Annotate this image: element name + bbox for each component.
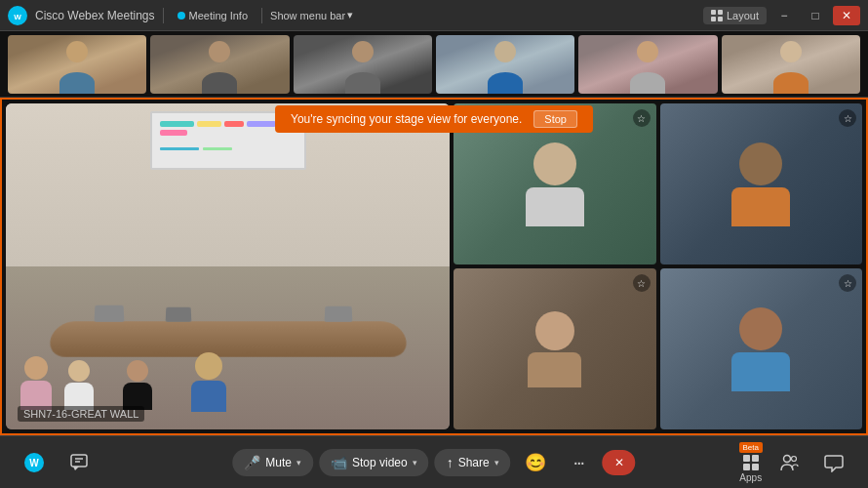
thumbnail-5[interactable] [578,35,717,94]
layout-button[interactable]: Layout [703,7,767,24]
cell-2-star-button[interactable]: ☆ [839,109,856,127]
thumbnail-4[interactable] [436,35,574,94]
emoji-icon: 😊 [525,452,546,473]
thumbnails-strip [0,31,868,98]
webex-icon: W [23,452,45,473]
maximize-button[interactable]: □ [802,6,829,25]
mute-chevron: ▾ [296,458,301,468]
webex-home-button[interactable]: W [16,444,53,481]
separator [163,8,164,23]
thumbnail-2[interactable] [150,35,289,94]
share-button[interactable]: ↑ Share ▾ [435,449,511,476]
people-icon [779,453,799,472]
beta-badge: Beta [739,442,763,453]
apps-button-wrapper: Beta Apps [739,442,763,483]
layout-icon [711,10,723,21]
thumbnail-3[interactable] [294,35,432,94]
video-icon: 📹 [331,455,347,470]
meeting-info-dot [178,12,185,20]
main-content: SHN7-16-GREAT WALL ☆ ☆ [0,98,868,435]
title-bar-right: Layout − □ ✕ [703,6,860,25]
minimize-button[interactable]: − [770,6,798,25]
cell-1-star-button[interactable]: ☆ [633,109,651,127]
chat-button[interactable] [60,444,98,481]
cell-3-star-button[interactable]: ☆ [633,274,651,292]
svg-rect-2 [711,10,716,15]
bottom-toolbar: W 🎤 Mute ▾ 📹 Stop video ▾ ↑ Sha [0,435,868,488]
svg-rect-4 [711,17,716,21]
stop-video-label: Stop video [352,456,408,469]
show-menu-button[interactable]: Show menu bar ▾ [270,9,353,21]
end-call-button[interactable]: ✕ [603,450,636,475]
right-grid: ☆ ☆ ☆ [454,103,862,429]
thumbnail-6[interactable] [722,35,860,94]
app-title: Cisco Webex Meetings [35,9,155,22]
layout-label: Layout [727,10,759,21]
stage-label: SHN7-16-GREAT WALL [18,406,144,422]
separator2 [261,8,262,23]
toolbar-center: 🎤 Mute ▾ 📹 Stop video ▾ ↑ Share ▾ 😊 ··· … [232,444,635,481]
svg-point-11 [784,455,791,462]
mute-icon: 🎤 [244,455,260,470]
show-menu-label: Show menu bar [270,10,345,21]
stop-video-button[interactable]: 📹 Stop video ▾ [319,449,429,476]
svg-text:W: W [14,13,21,21]
sync-stop-button[interactable]: Stop [533,110,577,128]
people-button[interactable] [770,444,808,481]
grid-cell-4: ☆ [660,268,863,429]
stage-view: SHN7-16-GREAT WALL [6,103,450,429]
svg-point-12 [792,456,797,461]
sync-banner: You're syncing your stage view for every… [275,105,593,133]
svg-rect-8 [71,455,87,467]
chat-icon [69,453,89,472]
chevron-down-icon: ▾ [347,9,353,21]
apps-grid-icon [743,455,759,470]
grid-cell-2: ☆ [660,103,863,264]
meeting-info-button[interactable]: Meeting Info [172,8,255,23]
title-bar-left: W Cisco Webex Meetings Meeting Info Show… [8,6,353,25]
conference-scene: SHN7-16-GREAT WALL [6,103,450,429]
messages-icon [824,453,844,472]
more-button[interactable]: ··· [560,444,597,481]
thumbnail-1[interactable] [8,35,146,94]
webex-logo: W [8,6,27,25]
mute-button[interactable]: 🎤 Mute ▾ [232,449,313,476]
mute-label: Mute [265,456,292,469]
toolbar-left: W [16,444,98,481]
messages-button[interactable] [815,444,852,481]
grid-cell-3: ☆ [454,268,656,429]
meeting-info-label: Meeting Info [189,10,249,21]
sync-message: You're syncing your stage view for every… [291,112,522,126]
apps-button[interactable]: Apps [739,455,762,483]
end-icon: ✕ [614,456,624,469]
share-chevron: ▾ [494,458,499,468]
share-label: Share [458,456,490,469]
title-bar: W Cisco Webex Meetings Meeting Info Show… [0,0,868,31]
more-icon: ··· [572,451,583,473]
svg-rect-5 [718,17,723,21]
video-chevron: ▾ [413,458,417,468]
cell-4-star-button[interactable]: ☆ [839,274,856,292]
apps-label: Apps [739,472,762,483]
share-icon: ↑ [447,455,454,470]
svg-rect-3 [718,10,723,15]
emoji-button[interactable]: 😊 [517,444,554,481]
svg-text:W: W [29,458,39,468]
toolbar-right: Beta Apps [739,442,852,483]
close-button[interactable]: ✕ [833,6,860,25]
